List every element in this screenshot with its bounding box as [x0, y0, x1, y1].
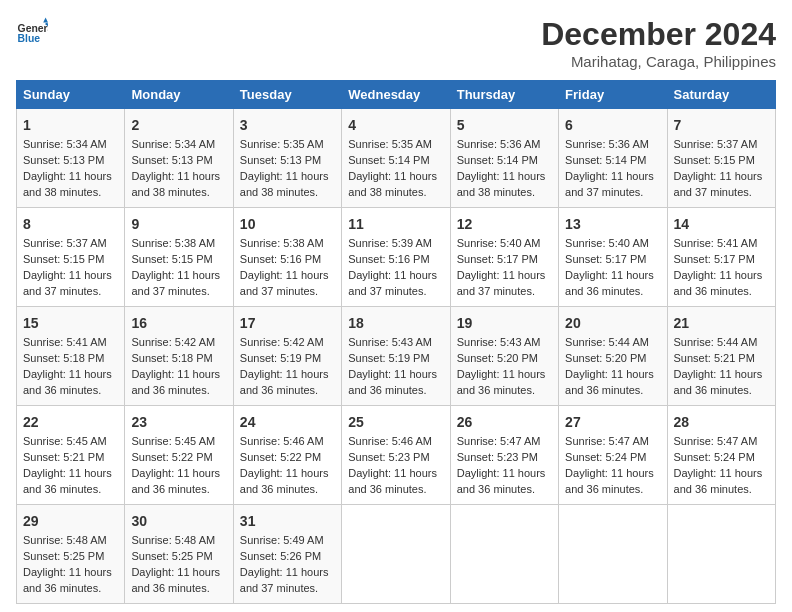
day-info: Sunrise: 5:35 AM [348, 137, 443, 153]
day-info: Sunset: 5:14 PM [565, 153, 660, 169]
day-number: 29 [23, 511, 118, 531]
day-number: 19 [457, 313, 552, 333]
day-number: 3 [240, 115, 335, 135]
day-info: Daylight: 11 hours and 37 minutes. [131, 268, 226, 300]
calendar-cell: 18Sunrise: 5:43 AMSunset: 5:19 PMDayligh… [342, 307, 450, 406]
day-info: Daylight: 11 hours and 36 minutes. [240, 367, 335, 399]
day-number: 9 [131, 214, 226, 234]
calendar-cell: 6Sunrise: 5:36 AMSunset: 5:14 PMDaylight… [559, 109, 667, 208]
day-number: 10 [240, 214, 335, 234]
day-number: 27 [565, 412, 660, 432]
day-number: 12 [457, 214, 552, 234]
day-info: Sunset: 5:15 PM [23, 252, 118, 268]
calendar-cell: 16Sunrise: 5:42 AMSunset: 5:18 PMDayligh… [125, 307, 233, 406]
day-info: Daylight: 11 hours and 36 minutes. [457, 466, 552, 498]
day-info: Sunrise: 5:42 AM [240, 335, 335, 351]
day-info: Sunrise: 5:49 AM [240, 533, 335, 549]
day-number: 26 [457, 412, 552, 432]
day-info: Sunset: 5:24 PM [674, 450, 769, 466]
day-info: Sunrise: 5:46 AM [348, 434, 443, 450]
calendar-cell: 31Sunrise: 5:49 AMSunset: 5:26 PMDayligh… [233, 505, 341, 604]
day-info: Sunrise: 5:41 AM [674, 236, 769, 252]
title-area: December 2024 Marihatag, Caraga, Philipp… [541, 16, 776, 70]
day-number: 17 [240, 313, 335, 333]
calendar-cell: 8Sunrise: 5:37 AMSunset: 5:15 PMDaylight… [17, 208, 125, 307]
day-info: Sunrise: 5:37 AM [674, 137, 769, 153]
day-info: Sunrise: 5:43 AM [457, 335, 552, 351]
day-info: Sunset: 5:18 PM [23, 351, 118, 367]
day-info: Sunset: 5:13 PM [23, 153, 118, 169]
day-info: Daylight: 11 hours and 36 minutes. [457, 367, 552, 399]
day-number: 23 [131, 412, 226, 432]
day-number: 31 [240, 511, 335, 531]
day-info: Daylight: 11 hours and 37 minutes. [565, 169, 660, 201]
calendar-cell: 20Sunrise: 5:44 AMSunset: 5:20 PMDayligh… [559, 307, 667, 406]
day-number: 18 [348, 313, 443, 333]
day-info: Sunset: 5:17 PM [674, 252, 769, 268]
day-info: Sunset: 5:14 PM [348, 153, 443, 169]
calendar-cell: 1Sunrise: 5:34 AMSunset: 5:13 PMDaylight… [17, 109, 125, 208]
calendar-cell [450, 505, 558, 604]
calendar-cell: 5Sunrise: 5:36 AMSunset: 5:14 PMDaylight… [450, 109, 558, 208]
page-title: December 2024 [541, 16, 776, 53]
calendar-cell: 13Sunrise: 5:40 AMSunset: 5:17 PMDayligh… [559, 208, 667, 307]
day-number: 15 [23, 313, 118, 333]
calendar-week-5: 29Sunrise: 5:48 AMSunset: 5:25 PMDayligh… [17, 505, 776, 604]
day-number: 2 [131, 115, 226, 135]
day-info: Daylight: 11 hours and 37 minutes. [348, 268, 443, 300]
day-info: Daylight: 11 hours and 38 minutes. [240, 169, 335, 201]
day-info: Sunset: 5:21 PM [23, 450, 118, 466]
calendar-week-1: 1Sunrise: 5:34 AMSunset: 5:13 PMDaylight… [17, 109, 776, 208]
calendar-cell: 21Sunrise: 5:44 AMSunset: 5:21 PMDayligh… [667, 307, 775, 406]
day-info: Sunrise: 5:35 AM [240, 137, 335, 153]
calendar-cell: 29Sunrise: 5:48 AMSunset: 5:25 PMDayligh… [17, 505, 125, 604]
calendar-week-2: 8Sunrise: 5:37 AMSunset: 5:15 PMDaylight… [17, 208, 776, 307]
calendar-cell: 23Sunrise: 5:45 AMSunset: 5:22 PMDayligh… [125, 406, 233, 505]
day-info: Sunset: 5:23 PM [348, 450, 443, 466]
day-info: Sunset: 5:19 PM [240, 351, 335, 367]
day-info: Daylight: 11 hours and 36 minutes. [674, 268, 769, 300]
day-info: Sunrise: 5:42 AM [131, 335, 226, 351]
svg-text:Blue: Blue [18, 33, 41, 44]
header-friday: Friday [559, 81, 667, 109]
day-info: Sunset: 5:20 PM [565, 351, 660, 367]
day-info: Sunset: 5:16 PM [240, 252, 335, 268]
day-info: Daylight: 11 hours and 36 minutes. [23, 367, 118, 399]
day-info: Sunrise: 5:37 AM [23, 236, 118, 252]
header-sunday: Sunday [17, 81, 125, 109]
day-info: Sunset: 5:15 PM [131, 252, 226, 268]
calendar-cell: 12Sunrise: 5:40 AMSunset: 5:17 PMDayligh… [450, 208, 558, 307]
day-info: Sunrise: 5:44 AM [565, 335, 660, 351]
day-info: Sunrise: 5:34 AM [23, 137, 118, 153]
day-info: Sunrise: 5:48 AM [131, 533, 226, 549]
day-info: Sunrise: 5:40 AM [457, 236, 552, 252]
day-number: 22 [23, 412, 118, 432]
day-info: Daylight: 11 hours and 37 minutes. [240, 268, 335, 300]
calendar-cell: 10Sunrise: 5:38 AMSunset: 5:16 PMDayligh… [233, 208, 341, 307]
calendar-cell: 15Sunrise: 5:41 AMSunset: 5:18 PMDayligh… [17, 307, 125, 406]
svg-text:General: General [18, 23, 48, 34]
calendar-cell: 2Sunrise: 5:34 AMSunset: 5:13 PMDaylight… [125, 109, 233, 208]
day-number: 1 [23, 115, 118, 135]
day-info: Sunrise: 5:36 AM [565, 137, 660, 153]
day-info: Sunrise: 5:45 AM [23, 434, 118, 450]
day-number: 24 [240, 412, 335, 432]
day-info: Sunset: 5:17 PM [565, 252, 660, 268]
header-thursday: Thursday [450, 81, 558, 109]
day-info: Sunset: 5:25 PM [131, 549, 226, 565]
day-number: 21 [674, 313, 769, 333]
day-info: Sunrise: 5:48 AM [23, 533, 118, 549]
day-info: Sunrise: 5:34 AM [131, 137, 226, 153]
day-info: Sunset: 5:15 PM [674, 153, 769, 169]
calendar-cell: 19Sunrise: 5:43 AMSunset: 5:20 PMDayligh… [450, 307, 558, 406]
header-saturday: Saturday [667, 81, 775, 109]
day-number: 7 [674, 115, 769, 135]
page-header: General Blue December 2024 Marihatag, Ca… [16, 16, 776, 70]
day-info: Daylight: 11 hours and 36 minutes. [674, 367, 769, 399]
header-tuesday: Tuesday [233, 81, 341, 109]
day-number: 30 [131, 511, 226, 531]
day-number: 11 [348, 214, 443, 234]
day-info: Sunset: 5:26 PM [240, 549, 335, 565]
day-number: 5 [457, 115, 552, 135]
day-info: Sunset: 5:22 PM [131, 450, 226, 466]
